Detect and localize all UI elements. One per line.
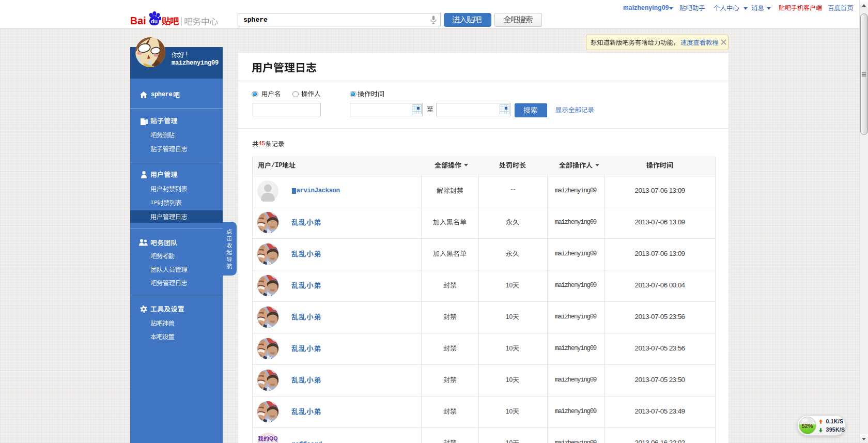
svg-text:52%: 52% (801, 423, 813, 429)
svg-text:du: du (151, 18, 158, 24)
